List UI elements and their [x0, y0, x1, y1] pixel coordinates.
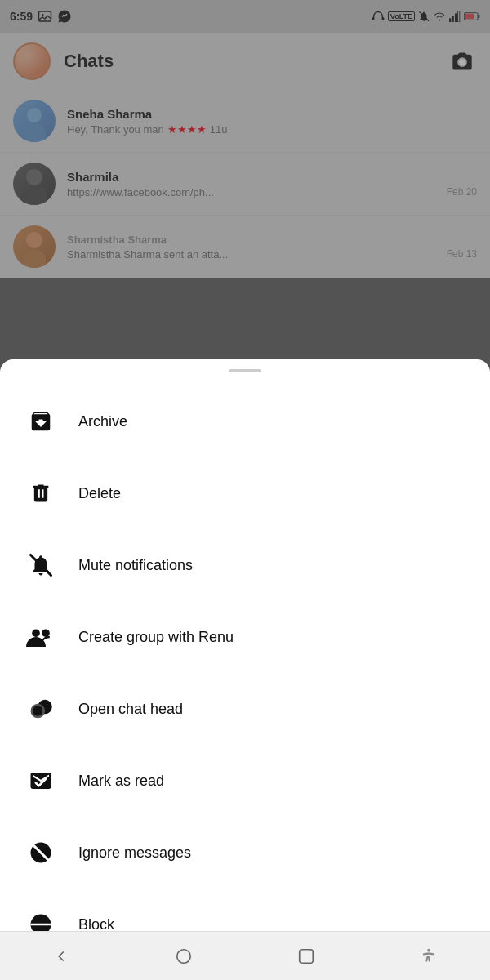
mark-read-icon — [26, 766, 56, 795]
menu-item-open-chat-head[interactable]: Open chat head — [0, 673, 490, 745]
group-icon — [26, 622, 56, 652]
svg-point-25 — [427, 948, 430, 951]
delete-label: Delete — [78, 485, 121, 502]
mark-read-label: Mark as read — [78, 773, 164, 790]
svg-rect-24 — [300, 949, 314, 963]
accessibility-icon — [420, 947, 438, 965]
ignore-icon — [26, 838, 56, 867]
back-icon — [52, 947, 70, 965]
recents-icon — [297, 947, 315, 965]
ignore-label: Ignore messages — [78, 844, 191, 862]
menu-list: Archive Delete Mute notifications — [0, 379, 490, 980]
accessibility-button[interactable] — [404, 938, 453, 974]
recents-button[interactable] — [282, 938, 331, 974]
chat-head-icon — [26, 694, 56, 724]
back-button[interactable] — [37, 938, 86, 974]
archive-label: Archive — [78, 413, 127, 430]
nav-bar — [0, 931, 490, 980]
create-group-label: Create group with Renu — [78, 629, 234, 646]
bottom-sheet: Archive Delete Mute notifications — [0, 359, 490, 980]
menu-item-archive[interactable]: Archive — [0, 385, 490, 457]
open-chat-head-label: Open chat head — [78, 701, 183, 718]
delete-icon — [26, 479, 56, 508]
home-icon — [175, 947, 193, 965]
background-overlay — [0, 0, 490, 376]
mute-notifications-icon — [26, 550, 56, 580]
svg-point-23 — [177, 949, 191, 963]
svg-point-14 — [32, 629, 40, 637]
svg-rect-22 — [31, 924, 51, 926]
menu-item-create-group[interactable]: Create group with Renu — [0, 601, 490, 673]
menu-item-mark-read[interactable]: Mark as read — [0, 745, 490, 817]
svg-point-18 — [33, 706, 43, 716]
menu-item-ignore[interactable]: Ignore messages — [0, 817, 490, 889]
archive-icon — [26, 407, 56, 436]
svg-point-15 — [42, 629, 50, 637]
home-button[interactable] — [159, 938, 208, 974]
menu-item-mute[interactable]: Mute notifications — [0, 529, 490, 601]
menu-item-delete[interactable]: Delete — [0, 457, 490, 529]
mute-label: Mute notifications — [78, 557, 193, 574]
sheet-handle — [229, 369, 261, 372]
